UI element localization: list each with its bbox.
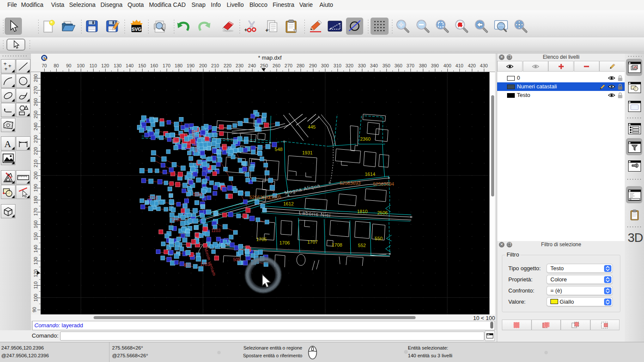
svg-text:+: + (244, 27, 247, 33)
svg-text:2716: 2716 (148, 196, 158, 200)
svg-text:552: 552 (358, 243, 366, 248)
svg-text:1612: 1612 (283, 201, 294, 206)
svg-text:548: 548 (275, 147, 283, 152)
svg-text:+: + (8, 63, 12, 69)
svg-text:52563694: 52563694 (373, 181, 394, 187)
svg-text:+: + (265, 27, 268, 33)
svg-text:1708: 1708 (332, 242, 342, 247)
svg-text:903: 903 (184, 263, 191, 268)
svg-text:1103: 1103 (211, 228, 221, 233)
svg-text:2506: 2506 (377, 210, 388, 215)
svg-text:2230: 2230 (172, 217, 182, 222)
svg-text:Laboris Nisi: Laboris Nisi (299, 210, 331, 218)
svg-text:1706: 1706 (279, 240, 290, 245)
svg-text:A: A (4, 139, 11, 149)
svg-text:1614: 1614 (365, 172, 375, 177)
svg-text:1810: 1810 (357, 209, 368, 214)
svg-text:445: 445 (308, 124, 316, 130)
svg-text:1707: 1707 (307, 239, 318, 244)
svg-text:1705: 1705 (256, 237, 267, 242)
svg-text:+: + (4, 66, 8, 72)
svg-text:SVG: SVG (131, 27, 141, 32)
svg-text:52563693: 52563693 (340, 181, 361, 186)
svg-text:505: 505 (233, 257, 240, 262)
svg-text:1809: 1809 (193, 192, 203, 197)
svg-text:2360: 2360 (360, 136, 371, 142)
svg-text:550: 550 (375, 236, 383, 241)
svg-text:1931: 1931 (302, 150, 313, 155)
svg-text:Magna Aliqua: Magna Aliqua (284, 182, 321, 196)
